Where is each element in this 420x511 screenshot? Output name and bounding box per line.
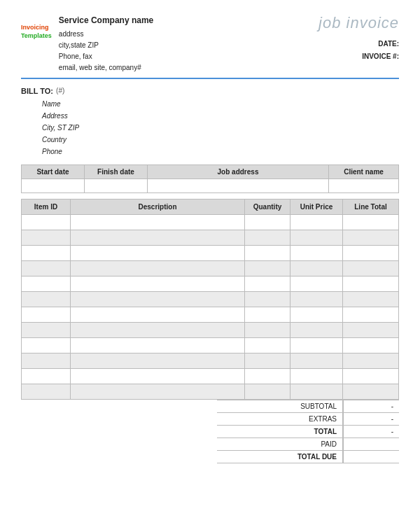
table-cell xyxy=(71,260,245,276)
col-item-id: Item ID xyxy=(22,199,71,214)
col-unit-price: Unit Price xyxy=(290,199,343,214)
date-label: DATE: xyxy=(378,40,399,48)
logo-invoicing: Invoicing xyxy=(21,24,49,31)
header-left: Invoicing Templates Service Company name… xyxy=(21,14,153,74)
table-row xyxy=(22,307,399,322)
table-row xyxy=(22,230,399,245)
table-cell xyxy=(22,245,71,260)
col-start-date: Start date xyxy=(22,164,85,178)
bill-to-city-st-zip: City, ST ZIP xyxy=(42,122,399,134)
table-cell xyxy=(22,384,71,399)
bill-to-hash: (#) xyxy=(56,85,64,98)
table-cell xyxy=(22,307,71,322)
table-cell xyxy=(290,245,343,260)
bill-to-phone: Phone xyxy=(42,146,399,158)
table-cell xyxy=(290,230,343,245)
table-cell xyxy=(343,322,399,337)
table-cell xyxy=(71,337,245,353)
table-cell xyxy=(71,322,245,337)
table-cell xyxy=(290,337,343,353)
table-cell xyxy=(22,276,71,291)
col-description: Description xyxy=(71,199,245,214)
bill-to-section: BILL TO: (#) Name Address City, ST ZIP C… xyxy=(21,85,399,158)
table-cell xyxy=(22,260,71,276)
table-cell xyxy=(343,291,399,307)
header-right: job invoice DATE: INVOICE #: xyxy=(318,14,399,63)
table-cell xyxy=(290,291,343,307)
table-cell xyxy=(290,307,343,322)
city-state-zip: city,state ZIP xyxy=(59,41,99,49)
table-row xyxy=(22,214,399,230)
table-cell xyxy=(343,368,399,384)
bill-to-country: Country xyxy=(42,134,399,146)
extras-value: - xyxy=(343,413,399,425)
table-cell xyxy=(71,230,245,245)
col-line-total: Line Total xyxy=(343,199,399,214)
header-right-fields: DATE: INVOICE #: xyxy=(318,38,399,63)
job-table-row xyxy=(22,178,399,192)
table-cell xyxy=(71,276,245,291)
table-row xyxy=(22,245,399,260)
job-table: Start date Finish date Job address Clien… xyxy=(21,164,399,193)
page: Invoicing Templates Service Company name… xyxy=(0,0,420,511)
logo: Invoicing Templates xyxy=(21,24,52,40)
bill-to-line: BILL TO: (#) xyxy=(21,85,399,98)
table-row xyxy=(22,260,399,276)
job-address xyxy=(148,178,329,192)
job-start-date xyxy=(22,178,85,192)
total-row: TOTAL - xyxy=(217,426,399,438)
table-cell xyxy=(290,260,343,276)
job-client-name xyxy=(329,178,399,192)
table-cell xyxy=(343,384,399,399)
table-row xyxy=(22,337,399,353)
table-row xyxy=(22,368,399,384)
total-due-value xyxy=(343,451,399,463)
col-client-name: Client name xyxy=(329,164,399,178)
table-cell xyxy=(71,353,245,368)
table-cell xyxy=(22,214,71,230)
table-cell xyxy=(343,260,399,276)
table-cell xyxy=(290,368,343,384)
items-table: Item ID Description Quantity Unit Price … xyxy=(21,199,399,400)
col-job-address: Job address xyxy=(148,164,329,178)
paid-value xyxy=(343,438,399,450)
table-cell xyxy=(290,322,343,337)
table-row xyxy=(22,276,399,291)
table-cell xyxy=(290,276,343,291)
paid-row: PAID xyxy=(217,438,399,451)
table-cell xyxy=(71,245,245,260)
table-cell xyxy=(22,353,71,368)
job-finish-date xyxy=(85,178,148,192)
table-cell xyxy=(71,214,245,230)
total-due-label: TOTAL DUE xyxy=(217,451,343,463)
company-info: Service Company name address city,state … xyxy=(59,14,153,74)
table-cell xyxy=(245,322,290,337)
table-row xyxy=(22,322,399,337)
table-cell xyxy=(343,214,399,230)
table-cell xyxy=(290,214,343,230)
company-name: Service Company name xyxy=(59,14,153,27)
table-cell xyxy=(343,337,399,353)
table-cell xyxy=(71,307,245,322)
totals-wrapper: SUBTOTAL - EXTRAS - TOTAL - PAID TOTAL D… xyxy=(217,400,399,463)
job-invoice-title: job invoice xyxy=(318,14,399,32)
bill-to-label: BILL TO: xyxy=(21,85,53,98)
table-cell xyxy=(22,291,71,307)
table-cell xyxy=(22,322,71,337)
bill-to-address: Address xyxy=(42,110,399,122)
phone-fax: Phone, fax xyxy=(59,52,92,60)
total-value: - xyxy=(343,426,399,438)
bill-to-details: Name Address City, ST ZIP Country Phone xyxy=(21,98,399,158)
address-line: address xyxy=(59,30,84,38)
table-cell xyxy=(22,230,71,245)
bill-to-name: Name xyxy=(42,98,399,110)
table-cell xyxy=(245,353,290,368)
email-web: email, web site, company# xyxy=(59,64,141,71)
table-cell xyxy=(343,245,399,260)
header-divider xyxy=(21,78,399,79)
col-finish-date: Finish date xyxy=(85,164,148,178)
header: Invoicing Templates Service Company name… xyxy=(21,14,399,74)
logo-templates: Templates xyxy=(21,32,52,39)
paid-label: PAID xyxy=(217,438,343,450)
table-cell xyxy=(22,337,71,353)
